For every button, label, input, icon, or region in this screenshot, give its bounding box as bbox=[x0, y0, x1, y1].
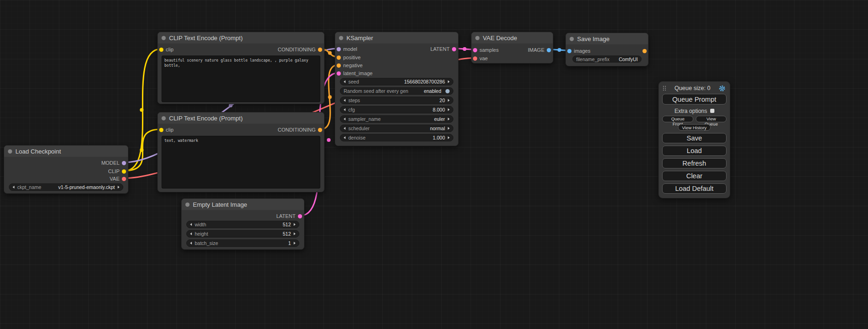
prev-value-arrow-icon[interactable] bbox=[190, 232, 192, 235]
collapse-dot-icon[interactable] bbox=[162, 116, 166, 120]
clip-slot-dot[interactable] bbox=[159, 128, 163, 132]
view-history-button[interactable]: View History bbox=[678, 124, 711, 131]
input-slot-vae[interactable]: vae bbox=[473, 55, 488, 62]
input-slot-model[interactable]: model bbox=[337, 46, 357, 52]
next-value-arrow-icon[interactable] bbox=[294, 242, 296, 245]
prev-value-arrow-icon[interactable] bbox=[190, 242, 192, 245]
widget-scheduler[interactable]: scheduler normal bbox=[340, 125, 453, 132]
conditioning-slot-dot[interactable] bbox=[337, 63, 341, 68]
node-title-bar[interactable]: CLIP Text Encode (Prompt) bbox=[158, 112, 324, 124]
prev-value-arrow-icon[interactable] bbox=[344, 127, 346, 130]
toggle-knob-icon[interactable] bbox=[445, 89, 450, 93]
next-value-arrow-icon[interactable] bbox=[294, 223, 296, 226]
collapse-dot-icon[interactable] bbox=[339, 36, 343, 40]
save-button[interactable]: Save bbox=[662, 133, 727, 143]
latent-slot-dot[interactable] bbox=[298, 214, 302, 218]
queue-panel-header[interactable]: Queue size: 0 bbox=[662, 84, 727, 92]
node-title-bar[interactable]: Save Image bbox=[566, 33, 648, 44]
input-slot-clip[interactable]: clip bbox=[159, 126, 174, 133]
prev-value-arrow-icon[interactable] bbox=[344, 136, 346, 139]
node-vae-decode[interactable]: VAE Decode samples vae IMAGE bbox=[471, 32, 553, 63]
prev-value-arrow-icon[interactable] bbox=[190, 223, 192, 226]
prev-value-arrow-icon[interactable] bbox=[344, 99, 346, 102]
extra-options-checkbox[interactable] bbox=[710, 109, 714, 113]
queue-menu-panel[interactable]: Queue size: 0 Queue Prompt Extra options… bbox=[658, 81, 730, 198]
input-slot-clip[interactable]: clip bbox=[159, 46, 174, 53]
conditioning-slot-dot[interactable] bbox=[337, 56, 341, 60]
view-queue-button[interactable]: View Queue bbox=[696, 116, 727, 122]
output-slot-conditioning[interactable]: CONDITIONING bbox=[278, 46, 322, 53]
output-slot-image[interactable]: IMAGE bbox=[528, 47, 551, 53]
node-title-bar[interactable]: KSampler bbox=[335, 32, 458, 43]
collapse-dot-icon[interactable] bbox=[570, 37, 574, 41]
widget-denoise[interactable]: denoise 1.000 bbox=[340, 134, 453, 141]
input-slot-images[interactable]: images bbox=[567, 48, 590, 54]
refresh-button[interactable]: Refresh bbox=[662, 158, 727, 168]
input-slot-positive[interactable]: positive bbox=[337, 54, 360, 61]
vae-slot-dot[interactable] bbox=[473, 56, 477, 61]
next-value-arrow-icon[interactable] bbox=[448, 99, 450, 102]
load-default-button[interactable]: Load Default bbox=[662, 183, 727, 194]
node-ksampler[interactable]: KSampler model positive negative latent_… bbox=[335, 32, 459, 146]
prev-value-arrow-icon[interactable] bbox=[344, 80, 346, 83]
output-slot-model[interactable]: MODEL bbox=[101, 160, 126, 166]
widget-ckpt-name[interactable]: ckpt_name v1-5-pruned-emaonly.ckpt bbox=[9, 183, 123, 191]
input-slot-latent-image[interactable]: latent_image bbox=[337, 70, 373, 77]
image-slot-dot[interactable] bbox=[567, 49, 572, 53]
prompt-text-area[interactable]: text, watermark bbox=[162, 136, 320, 189]
queue-front-button[interactable]: Queue Front bbox=[662, 116, 693, 122]
widget-batch-size[interactable]: batch_size 1 bbox=[186, 239, 299, 247]
collapse-dot-icon[interactable] bbox=[162, 36, 166, 40]
node-title-bar[interactable]: Load Checkpoint bbox=[4, 146, 128, 157]
prev-value-arrow-icon[interactable] bbox=[344, 118, 346, 120]
node-title-bar[interactable]: CLIP Text Encode (Prompt) bbox=[158, 32, 324, 43]
widget-random-seed-toggle[interactable]: Random seed after every gen enabled bbox=[340, 87, 453, 95]
vae-slot-dot[interactable] bbox=[122, 177, 126, 181]
latent-slot-dot[interactable] bbox=[337, 71, 341, 76]
output-slot-conditioning[interactable]: CONDITIONING bbox=[278, 126, 322, 133]
model-slot-dot[interactable] bbox=[337, 47, 341, 51]
node-title-bar[interactable]: Empty Latent Image bbox=[182, 199, 304, 210]
next-value-arrow-icon[interactable] bbox=[448, 118, 450, 120]
node-title-bar[interactable]: VAE Decode bbox=[472, 32, 553, 43]
collapse-dot-icon[interactable] bbox=[8, 149, 12, 154]
next-value-arrow-icon[interactable] bbox=[294, 232, 296, 235]
output-slot-clip[interactable]: CLIP bbox=[108, 168, 126, 175]
output-slot-latent[interactable]: LATENT bbox=[276, 213, 302, 219]
prompt-text-area[interactable]: beautiful scenery nature glass bottle la… bbox=[162, 56, 320, 102]
widget-filename-prefix[interactable]: filename_prefix ComfyUI bbox=[572, 56, 642, 63]
settings-gear-icon[interactable] bbox=[719, 85, 726, 92]
output-slot-latent[interactable]: LATENT bbox=[430, 46, 456, 52]
node-clip-text-encode-negative[interactable]: CLIP Text Encode (Prompt) clip CONDITION… bbox=[157, 112, 325, 192]
comfyui-node-canvas[interactable]: Load Checkpoint MODEL CLIP VAE ckpt_name… bbox=[0, 0, 868, 329]
clip-slot-dot[interactable] bbox=[122, 169, 126, 174]
widget-width[interactable]: width 512 bbox=[186, 221, 299, 228]
widget-cfg[interactable]: cfg 8.000 bbox=[340, 106, 453, 113]
node-clip-text-encode-positive[interactable]: CLIP Text Encode (Prompt) clip CONDITION… bbox=[157, 32, 325, 104]
output-slot-vae[interactable]: VAE bbox=[110, 175, 126, 182]
next-value-arrow-icon[interactable] bbox=[118, 186, 120, 189]
input-slot-samples[interactable]: samples bbox=[473, 47, 499, 53]
prev-value-arrow-icon[interactable] bbox=[344, 108, 346, 111]
widget-sampler-name[interactable]: sampler_name euler bbox=[340, 115, 453, 123]
latent-slot-dot[interactable] bbox=[452, 47, 456, 51]
node-save-image[interactable]: Save Image images filename_prefix ComfyU… bbox=[565, 33, 649, 66]
clear-button[interactable]: Clear bbox=[662, 171, 727, 181]
next-value-arrow-icon[interactable] bbox=[448, 127, 450, 130]
clip-slot-dot[interactable] bbox=[159, 48, 163, 52]
collapse-dot-icon[interactable] bbox=[185, 203, 190, 207]
drag-handle-icon[interactable] bbox=[663, 86, 666, 91]
latent-slot-dot[interactable] bbox=[473, 48, 477, 52]
prev-value-arrow-icon[interactable] bbox=[13, 186, 14, 189]
node-load-checkpoint[interactable]: Load Checkpoint MODEL CLIP VAE ckpt_name… bbox=[4, 145, 128, 194]
widget-steps[interactable]: steps 20 bbox=[340, 97, 453, 104]
conditioning-slot-dot[interactable] bbox=[318, 128, 322, 132]
image-slot-dot[interactable] bbox=[547, 48, 551, 52]
model-slot-dot[interactable] bbox=[122, 161, 126, 165]
next-value-arrow-icon[interactable] bbox=[448, 136, 450, 139]
queue-prompt-button[interactable]: Queue Prompt bbox=[662, 94, 727, 105]
widget-height[interactable]: height 512 bbox=[186, 230, 299, 238]
next-value-arrow-icon[interactable] bbox=[448, 108, 450, 111]
collapse-dot-icon[interactable] bbox=[475, 36, 480, 40]
node-empty-latent-image[interactable]: Empty Latent Image LATENT width 512 heig… bbox=[181, 198, 304, 250]
